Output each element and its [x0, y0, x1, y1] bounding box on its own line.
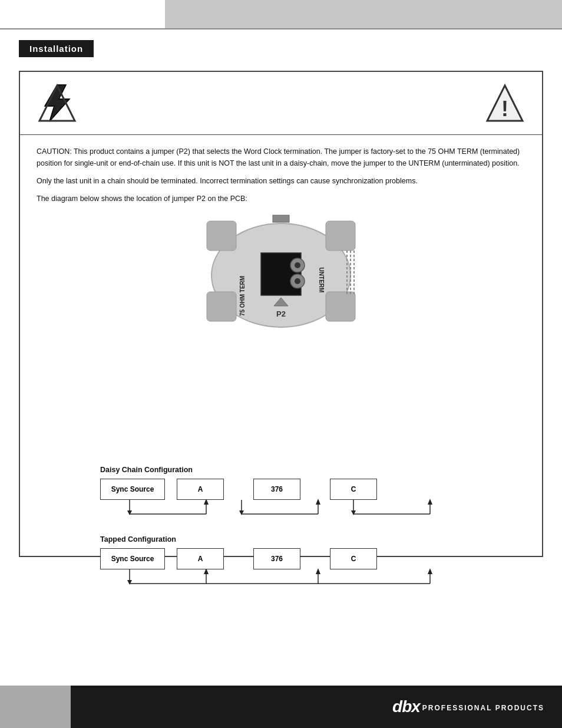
footer-logo-sub: PROFESSIONAL PRODUCTS [422, 704, 544, 712]
svg-text:!: ! [501, 97, 508, 121]
tapped-box-a: A [177, 548, 224, 569]
svg-marker-40 [127, 580, 132, 585]
daisy-box-376: 376 [253, 479, 300, 500]
tapped-config-title: Tapped Configuration [100, 535, 533, 543]
svg-point-15 [295, 278, 300, 284]
tapped-config-diagram: Sync Source A 376 C [100, 548, 442, 595]
header-right [165, 0, 562, 28]
lightning-icon [37, 83, 78, 124]
svg-text:P2: P2 [276, 309, 286, 318]
footer-right: dbxPROFESSIONAL PRODUCTS [71, 686, 562, 728]
caution-icon: ! [484, 83, 525, 124]
footer: dbxPROFESSIONAL PRODUCTS [0, 686, 562, 728]
footer-left [0, 686, 71, 728]
svg-marker-35 [351, 510, 356, 515]
tapped-box-c: C [330, 548, 377, 569]
daisy-chain-title: Daisy Chain Configuration [100, 466, 533, 474]
configs-container: Daisy Chain Configuration [100, 466, 533, 595]
svg-rect-10 [273, 215, 289, 222]
daisy-box-sync-source: Sync Source [100, 479, 165, 500]
svg-text:75 OHM TERM: 75 OHM TERM [239, 276, 246, 316]
svg-marker-45 [316, 568, 320, 574]
warning-para-1: CAUTION: This product contains a jumper … [37, 146, 525, 169]
svg-marker-33 [316, 499, 320, 505]
tapped-box-376: 376 [253, 548, 300, 569]
svg-marker-38 [428, 499, 432, 505]
svg-rect-7 [326, 221, 355, 251]
section-label: Installation [19, 40, 94, 57]
svg-point-13 [295, 262, 300, 268]
tapped-box-sync-source: Sync Source [100, 548, 165, 569]
warning-para-3: The diagram below shows the location of … [37, 193, 525, 205]
header-bar [0, 0, 562, 28]
svg-rect-9 [326, 292, 355, 321]
footer-logo-text: dbx [392, 697, 420, 716]
svg-marker-47 [428, 568, 432, 574]
svg-marker-30 [239, 510, 244, 515]
warning-icons-row: ! [20, 72, 542, 135]
header-line [0, 28, 562, 29]
pcb-diagram: P2 75 OHM TERM UNTERM [37, 210, 525, 328]
warning-para-2: Only the last unit in a chain should be … [37, 175, 525, 187]
svg-marker-25 [127, 510, 132, 515]
daisy-box-a: A [177, 479, 224, 500]
svg-text:UNTERM: UNTERM [318, 268, 325, 293]
svg-rect-8 [207, 292, 236, 321]
daisy-box-c: C [330, 479, 377, 500]
warning-text-area: CAUTION: This product contains a jumper … [20, 135, 542, 339]
footer-logo: dbxPROFESSIONAL PRODUCTS [392, 697, 544, 716]
svg-rect-6 [207, 221, 236, 251]
pcb-svg: P2 75 OHM TERM UNTERM [204, 210, 358, 328]
daisy-chain-diagram: Sync Source A 376 C [100, 479, 442, 526]
header-left [0, 0, 165, 28]
